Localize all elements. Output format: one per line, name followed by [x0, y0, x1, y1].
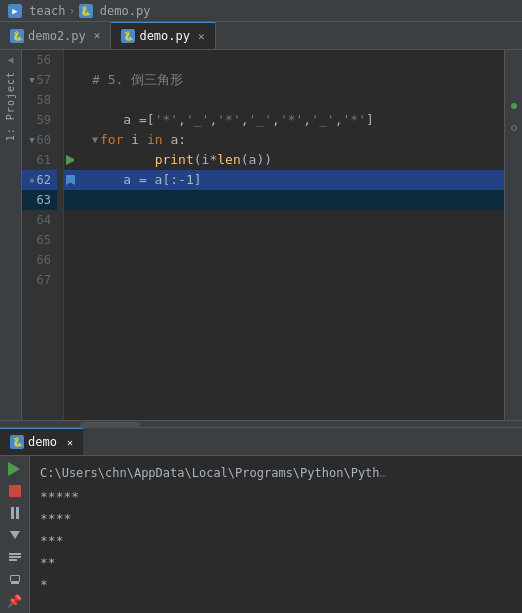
stop-icon: [9, 485, 21, 497]
run-content: 📌 🗑 C:\Users\chn\AppData\Local\Programs\…: [0, 456, 522, 613]
bookmark-icon-62[interactable]: [66, 175, 75, 185]
code-line-60: ▼for i in a:: [84, 130, 504, 150]
run-tab-demo[interactable]: 🐍 demo ✕: [0, 428, 83, 455]
fold-icon-57[interactable]: ▼: [29, 70, 34, 90]
gutter-64: [64, 210, 84, 230]
breadcrumb-sep1: ›: [68, 4, 75, 18]
code-line-66: [84, 250, 504, 270]
output-line-5: *: [40, 574, 512, 596]
fold-indicator-60: ▼: [92, 130, 98, 150]
editor-container: ◀ 1: Project 56 ▼ 57 58 59 ▼ 60 61 ◆ 62 …: [0, 50, 522, 420]
gutter-62: [64, 170, 84, 190]
line-numbers: 56 ▼ 57 58 59 ▼ 60 61 ◆ 62 63 64 65 66 6…: [22, 50, 64, 420]
pause-icon: [11, 507, 19, 519]
stop-button[interactable]: [6, 482, 24, 500]
line-num-66: 66: [22, 250, 57, 270]
debug-icon-4: [511, 118, 517, 138]
gutter-61: [64, 150, 84, 170]
code-line-58: [84, 90, 504, 110]
scroll-up-button[interactable]: [6, 548, 24, 566]
gutter-63: [64, 190, 84, 210]
play-icon: [8, 462, 22, 476]
tab-demo2[interactable]: 🐍 demo2.py ✕: [0, 22, 111, 49]
tab-demo-close[interactable]: ✕: [198, 30, 205, 43]
gutter-59: [64, 110, 84, 130]
tab-demo2-close[interactable]: ✕: [94, 29, 101, 42]
play-button[interactable]: [6, 460, 24, 478]
tab-demo[interactable]: 🐍 demo.py ✕: [111, 22, 215, 49]
run-panel: 🐍 demo ✕: [0, 428, 522, 613]
run-icon-61[interactable]: [66, 155, 76, 165]
line-num-65: 65: [22, 230, 57, 250]
code-line-61: print(i*len(a)): [84, 150, 504, 170]
output-line-4: **: [40, 552, 512, 574]
code-line-63: [84, 190, 504, 210]
run-tab-icon: 🐍: [10, 435, 24, 449]
tab-bar: 🐍 demo2.py ✕ 🐍 demo.py ✕: [0, 22, 522, 50]
code-area[interactable]: # 5. 倒三角形 a =['*','_','*','_','*','_','*…: [84, 50, 504, 420]
pause-button[interactable]: [6, 504, 24, 522]
run-output: C:\Users\chn\AppData\Local\Programs\Pyth…: [30, 456, 522, 613]
debug-icon-3: [511, 96, 517, 116]
line-num-60: ▼ 60: [22, 130, 57, 150]
line-num-63: 63: [22, 190, 57, 210]
code-line-57: # 5. 倒三角形: [84, 70, 504, 90]
breadcrumb: ▶ teach › 🐍 demo.py: [0, 0, 522, 22]
line-num-61: 61: [22, 150, 57, 170]
output-line-3: ***: [40, 530, 512, 552]
line-num-56: 56: [22, 50, 57, 70]
pin-button[interactable]: 📌: [6, 592, 24, 610]
output-path: C:\Users\chn\AppData\Local\Programs\Pyth…: [40, 462, 512, 484]
line-num-58: 58: [22, 90, 57, 110]
line-num-57: ▼ 57: [22, 70, 57, 90]
gutter-56: [64, 50, 84, 70]
debug-circle: [511, 125, 517, 131]
code-line-62: a = a[:-1]: [84, 170, 504, 190]
gutter-57: [64, 70, 84, 90]
file-icon: 🐍: [79, 4, 93, 18]
gutter: [64, 50, 84, 420]
breadcrumb-file[interactable]: demo.py: [100, 4, 151, 18]
scroll-down-button[interactable]: [6, 526, 24, 544]
pin-icon: 📌: [7, 594, 22, 608]
gutter-60: [64, 130, 84, 150]
code-line-59: a =['*','_','*','_','*','_','*']: [84, 110, 504, 130]
tab-demo-label: demo.py: [139, 29, 190, 43]
output-line-1: *****: [40, 486, 512, 508]
code-line-67: [84, 270, 504, 290]
code-line-56: [84, 50, 504, 70]
fold-icon-60[interactable]: ▼: [29, 130, 34, 150]
gutter-65: [64, 230, 84, 250]
collapse-arrow[interactable]: ◀: [7, 54, 13, 65]
sidebar-strip[interactable]: ◀ 1: Project: [0, 50, 22, 420]
line-num-64: 64: [22, 210, 57, 230]
horizontal-scrollbar[interactable]: [0, 420, 522, 428]
gutter-58: [64, 90, 84, 110]
run-tab-bar: 🐍 demo ✕: [0, 428, 522, 456]
sidebar-label: 1: Project: [5, 71, 16, 141]
output-line-2: ****: [40, 508, 512, 530]
line-num-62: ◆ 62: [22, 170, 57, 190]
gutter-67: [64, 270, 84, 290]
debug-strip: [504, 50, 522, 420]
print-button[interactable]: [6, 570, 24, 588]
run-tab-close[interactable]: ✕: [67, 437, 73, 448]
code-comment-57: # 5. 倒三角形: [92, 70, 183, 90]
arrow-down-icon: [10, 531, 20, 539]
code-line-64: [84, 210, 504, 230]
run-toolbar: 📌 🗑: [0, 456, 30, 613]
tab-demo-icon: 🐍: [121, 29, 135, 43]
wrap-icon: [9, 553, 21, 561]
fold-icon-62: ◆: [29, 170, 34, 190]
breadcrumb-project[interactable]: teach: [29, 4, 65, 18]
tab-demo2-icon: 🐍: [10, 29, 24, 43]
project-icon: ▶: [8, 4, 22, 18]
gutter-66: [64, 250, 84, 270]
code-line-65: [84, 230, 504, 250]
tab-demo2-label: demo2.py: [28, 29, 86, 43]
debug-dot: [511, 103, 517, 109]
print-icon: [9, 573, 21, 585]
line-num-67: 67: [22, 270, 57, 290]
run-tab-label: demo: [28, 435, 57, 449]
line-num-59: 59: [22, 110, 57, 130]
